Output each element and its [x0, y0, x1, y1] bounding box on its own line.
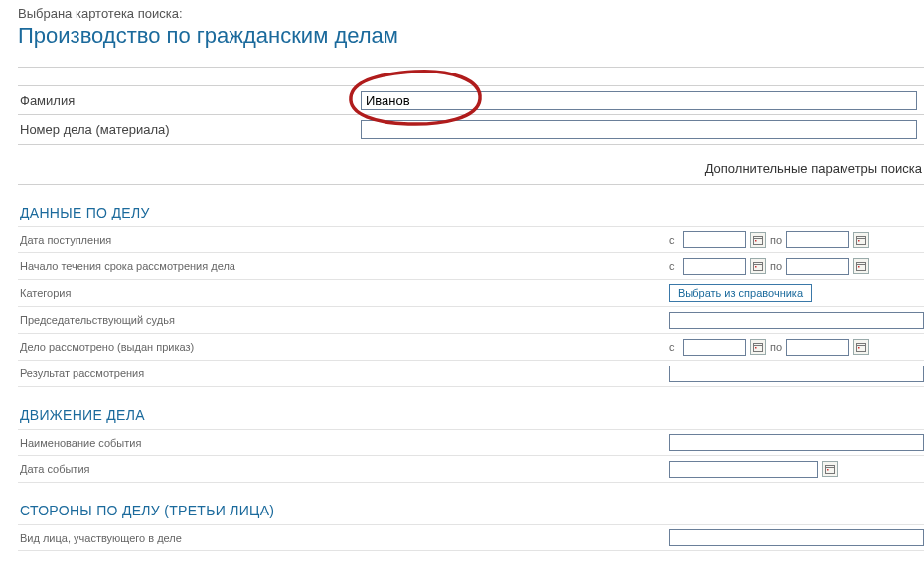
person-type-input[interactable]	[669, 529, 924, 546]
svg-rect-18	[826, 466, 835, 474]
event-name-input[interactable]	[669, 434, 924, 451]
svg-rect-15	[857, 344, 866, 352]
event-date-label: Дата события	[18, 463, 669, 475]
start-term-from-input[interactable]	[683, 258, 746, 275]
calendar-icon[interactable]	[853, 258, 869, 274]
svg-rect-8	[755, 266, 757, 268]
svg-rect-12	[754, 344, 763, 352]
start-term-to-input[interactable]	[786, 258, 849, 275]
receipt-date-to-input[interactable]	[786, 231, 849, 248]
category-label: Категория	[18, 287, 669, 299]
receipt-date-label: Дата поступления	[18, 234, 669, 246]
svg-rect-17	[858, 347, 860, 349]
svg-rect-5	[858, 240, 860, 242]
event-name-label: Наименование события	[18, 437, 669, 449]
range-to: по	[770, 341, 782, 353]
svg-rect-6	[754, 263, 763, 271]
calendar-icon[interactable]	[853, 232, 869, 248]
section-title-parties: СТОРОНЫ ПО ДЕЛУ (ТРЕТЬИ ЛИЦА)	[18, 503, 924, 518]
calendar-icon[interactable]	[750, 258, 766, 274]
judge-label: Председательствующий судья	[18, 314, 669, 326]
calendar-icon[interactable]	[822, 461, 838, 477]
calendar-icon[interactable]	[750, 339, 766, 355]
range-from: с	[669, 341, 679, 353]
category-lookup-button[interactable]: Выбрать из справочника	[669, 284, 812, 302]
range-to: по	[770, 260, 782, 272]
start-term-label: Начало течения срока рассмотрения дела	[18, 260, 669, 272]
result-label: Результат рассмотрения	[18, 367, 669, 379]
calendar-icon[interactable]	[750, 232, 766, 248]
additional-params-link[interactable]: Дополнительные параметры поиска	[705, 161, 922, 176]
range-from: с	[669, 260, 679, 272]
svg-rect-14	[755, 347, 757, 349]
svg-rect-2	[755, 240, 757, 242]
case-number-label: Номер дела (материала)	[18, 122, 361, 137]
event-date-input[interactable]	[669, 461, 818, 478]
header-label: Выбрана картотека поиска:	[18, 6, 924, 21]
svg-rect-0	[754, 236, 763, 244]
svg-rect-3	[857, 236, 866, 244]
svg-rect-11	[858, 266, 860, 268]
page-title: Производство по гражданским делам	[18, 23, 924, 49]
result-input[interactable]	[669, 366, 924, 382]
surname-label: Фамилия	[18, 93, 361, 108]
judge-input[interactable]	[669, 312, 924, 329]
range-to: по	[770, 234, 782, 246]
svg-rect-9	[857, 263, 866, 271]
section-title-movement: ДВИЖЕНИЕ ДЕЛА	[18, 407, 924, 423]
receipt-date-from-input[interactable]	[683, 231, 746, 248]
range-from: с	[669, 234, 679, 246]
calendar-icon[interactable]	[853, 339, 869, 355]
person-type-label: Вид лица, участвующего в деле	[18, 532, 669, 544]
reviewed-from-input[interactable]	[683, 339, 746, 356]
svg-rect-20	[827, 469, 829, 471]
surname-input[interactable]	[361, 91, 917, 110]
case-number-input[interactable]	[361, 120, 917, 139]
reviewed-label: Дело рассмотрено (выдан приказ)	[18, 341, 669, 353]
section-title-case-data: ДАННЫЕ ПО ДЕЛУ	[18, 205, 924, 220]
divider	[18, 67, 924, 68]
reviewed-to-input[interactable]	[786, 339, 849, 356]
